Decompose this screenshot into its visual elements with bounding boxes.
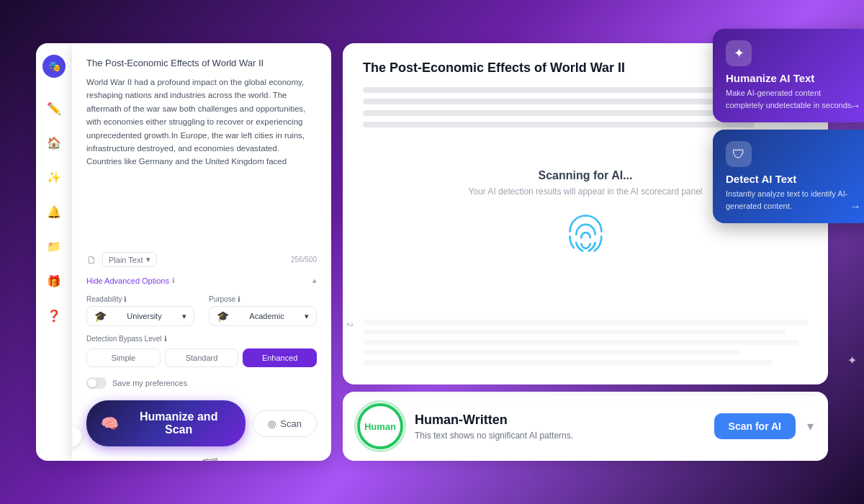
plain-text-select[interactable]: Plain Text ▾: [102, 252, 157, 267]
human-badge-label: Human: [364, 421, 396, 432]
page-number: 2: [346, 323, 354, 327]
text-line-4: [363, 122, 755, 127]
sidebar-icon-gift[interactable]: 🎁: [44, 271, 64, 291]
scanning-title: Scanning for AI...: [468, 169, 702, 182]
info-icon: ℹ: [172, 276, 175, 284]
scanning-subtitle: Your AI detection results will appear in…: [468, 186, 702, 197]
bypass-simple-btn[interactable]: Simple: [86, 348, 161, 367]
expand-arrow[interactable]: ▾: [807, 418, 814, 434]
purpose-info-icon: ℹ: [238, 295, 240, 303]
char-count: 256/500: [291, 256, 317, 264]
sidebar-icon-edit[interactable]: ✏️: [44, 98, 64, 118]
humanize-scan-button[interactable]: 🧠 Humanize and Scan: [86, 400, 246, 446]
cursor-hand: ☞: [199, 450, 221, 461]
scan-btn-label: Scan: [280, 418, 302, 429]
copy-icon[interactable]: 🗋: [86, 254, 96, 266]
bypass-enhanced-btn[interactable]: Enhanced: [243, 348, 317, 367]
fingerprint-icon: [560, 208, 611, 258]
chevron-up-icon: ▴: [312, 276, 317, 285]
chevron-down-icon-purp: ▾: [305, 312, 309, 321]
editor-toolbar: 🗋 Plain Text ▾ 256/500: [86, 252, 317, 267]
floating-cards: ✦ Humanize AI Text Make AI-generated con…: [713, 29, 864, 223]
bypass-section: Detection Bypass Level ℹ Simple Standard…: [86, 335, 317, 367]
purpose-value: Academic: [249, 312, 284, 320]
float-card-humanize[interactable]: ✦ Humanize AI Text Make AI-generated con…: [713, 29, 864, 122]
sparkle-decoration: ✦: [861, 370, 864, 403]
purpose-label: Purpose ℹ: [209, 295, 317, 303]
advanced-options-label: Hide Advanced Options: [86, 276, 169, 285]
chevron-down-icon-read: ▾: [182, 312, 186, 321]
save-prefs: Save my preferences: [86, 377, 317, 389]
float-card-detect-arrow: →: [850, 200, 861, 213]
float-card-detect[interactable]: 🛡 Detect AI Text Instantly analyze text …: [713, 130, 864, 223]
result-bar: Human Human-Written This text shows no s…: [343, 392, 828, 461]
advanced-options-toggle[interactable]: Hide Advanced Options ℹ ▴: [86, 276, 317, 285]
sparkle-small: ✦: [847, 354, 857, 367]
sidebar-icon-bell[interactable]: 🔔: [44, 202, 64, 222]
float-card-humanize-title: Humanize AI Text: [726, 72, 858, 84]
editor-textarea[interactable]: World War II had a profound impact on th…: [86, 76, 317, 245]
save-prefs-label: Save my preferences: [112, 379, 187, 387]
scan-for-ai-button[interactable]: Scan for AI: [714, 413, 796, 439]
bypass-label: Detection Bypass Level ℹ: [86, 335, 317, 343]
float-card-detect-desc: Instantly analyze text to identify AI-ge…: [726, 188, 858, 212]
sidebar-icon-help[interactable]: ❓: [44, 305, 64, 325]
readability-value: University: [127, 312, 161, 320]
float-card-humanize-icon: ✦: [726, 40, 752, 66]
avatar[interactable]: 🎭: [42, 55, 66, 78]
brain-icon: 🧠: [101, 415, 119, 432]
save-prefs-toggle[interactable]: [86, 377, 107, 389]
humanize-btn-label: Humanize and Scan: [126, 410, 231, 436]
plain-text-label: Plain Text: [109, 256, 143, 264]
purpose-group: Purpose ℹ 🎓 Academic ▾: [209, 295, 317, 326]
float-card-humanize-arrow: →: [850, 99, 861, 112]
human-badge: Human: [357, 403, 403, 449]
result-text: Human-Written This text shows no signifi…: [415, 413, 703, 441]
result-title: Human-Written: [415, 413, 703, 428]
readability-info-icon: ℹ: [124, 295, 127, 303]
readability-select[interactable]: 🎓 University ▾: [86, 306, 194, 326]
float-card-detect-icon: 🛡: [726, 141, 752, 167]
result-subtitle: This text shows no significant AI patter…: [415, 431, 703, 441]
readability-label: Readability ℹ: [86, 295, 194, 303]
bypass-info-icon: ℹ: [164, 335, 167, 343]
options-row: Readability ℹ 🎓 University ▾ Purpose ℹ: [86, 295, 317, 326]
scanning-overlay: Scanning for AI... Your AI detection res…: [468, 169, 702, 258]
sidebar-icon-home[interactable]: 🏠: [44, 132, 64, 153]
collapse-arrow[interactable]: ‹: [72, 426, 81, 446]
bypass-standard-btn[interactable]: Standard: [165, 348, 239, 367]
scan-circle-icon: ◎: [268, 418, 276, 429]
chevron-down-icon: ▾: [146, 255, 150, 264]
editor-panel: The Post-Economic Effects of World War I…: [72, 43, 331, 461]
sidebar-icon-magic[interactable]: ✨: [44, 167, 64, 187]
sidebar-icon-folder[interactable]: 📁: [44, 236, 64, 256]
scan-button[interactable]: ◎ Scan: [253, 410, 317, 437]
bypass-buttons: Simple Standard Enhanced: [86, 348, 317, 367]
action-bar: 🧠 Humanize and Scan ◎ Scan ☞: [86, 400, 317, 446]
float-card-detect-title: Detect AI Text: [726, 173, 858, 185]
editor-title: The Post-Economic Effects of World War I…: [86, 58, 317, 68]
purpose-select[interactable]: 🎓 Academic ▾: [209, 306, 317, 326]
sidebar: 🎭 ✏️ 🏠 ✨ 🔔 📁 🎁 ❓: [36, 43, 72, 461]
blurred-lines: [363, 320, 808, 370]
float-card-humanize-desc: Make AI-generated content completely und…: [726, 87, 858, 111]
readability-group: Readability ℹ 🎓 University ▾: [86, 295, 194, 326]
right-panel: ✦ Humanize AI Text Make AI-generated con…: [343, 43, 828, 461]
